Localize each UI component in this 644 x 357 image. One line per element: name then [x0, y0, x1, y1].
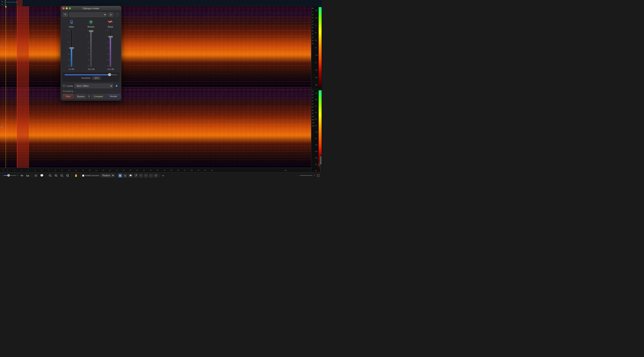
svg-point-82 [66, 174, 68, 176]
bypass-button[interactable]: Bypass [75, 94, 87, 99]
db-label-40: 40 [312, 32, 314, 35]
db-label-25: 25 [312, 23, 314, 26]
view-btn-1[interactable]: ▣ [118, 174, 122, 177]
quality-select[interactable]: Best / Offline Better Good [74, 84, 113, 88]
film-icon-svg [62, 85, 66, 87]
view-btn-3[interactable]: 💬 [128, 174, 133, 177]
hz-300-b: 300 [315, 157, 318, 159]
hz-labels-bottom: 15k 10k 7k 5k 3k 2k 1.5k 1k 700 500 300 … [315, 90, 318, 168]
quality-label: Quality [67, 85, 73, 87]
hz-500: 500 [315, 77, 318, 78]
hz-15k-b: 15k [315, 92, 318, 94]
reverb-scale: 12 0 -12 -24 -36 -48 -Inf [87, 29, 89, 67]
list-view-button[interactable] [34, 174, 38, 177]
plugin-window: Dialogue Isolate ? [61, 6, 121, 100]
db-label-15: 15 [312, 16, 314, 19]
quality-play-button[interactable] [114, 83, 120, 88]
view-btn-7[interactable]: ↔ [149, 174, 153, 177]
reverb-fader-track[interactable] [90, 29, 92, 67]
scrollbar-thumb-v[interactable] [320, 156, 322, 164]
svg-text:21: 21 [143, 169, 145, 171]
noise-fader-track[interactable] [110, 29, 111, 67]
timeline-svg: 0 1 2 3 4 5 6 7 8 9 10 11 12 13 14 15 16… [0, 168, 311, 172]
svg-rect-15 [12, 1, 12, 3]
zoom-out-right-icon[interactable]: − [297, 174, 298, 177]
db-label-95: 95 [312, 112, 314, 115]
fit-all-button[interactable] [316, 174, 320, 177]
hz-700: 700 [315, 69, 318, 71]
voice-fader-handle[interactable] [70, 47, 74, 49]
zoom-plus-icon[interactable]: + [17, 174, 18, 177]
svg-rect-16 [13, 2, 13, 3]
svg-rect-11 [10, 1, 10, 3]
plugin-help-button[interactable]: ? [115, 12, 120, 17]
hz-1500: 1.5k [315, 54, 318, 56]
render-button[interactable]: Render [107, 94, 120, 99]
sensitivity-thumb[interactable] [108, 73, 111, 76]
spectrogram-l[interactable]: L [0, 6, 311, 87]
spectrogram-view-button[interactable] [26, 174, 30, 177]
link-channels-button[interactable]: ∞ [162, 173, 165, 177]
zoom-selection-button[interactable] [66, 174, 70, 177]
noise-fader-handle[interactable] [108, 36, 113, 38]
plugin-undo-button[interactable] [62, 12, 68, 17]
view-btn-6[interactable]: ≡ [144, 174, 148, 177]
compare-button[interactable]: Compare [91, 94, 106, 99]
waveform-icon [20, 175, 24, 177]
sensitivity-value[interactable]: 10.0 [92, 76, 101, 80]
preset-selector[interactable] [69, 12, 107, 17]
hz-7k-b: 7k [315, 105, 318, 107]
svg-rect-10 [9, 2, 10, 3]
svg-rect-5 [6, 1, 6, 3]
view-btn-8[interactable]: ⊟ [154, 174, 158, 177]
waveform-overview[interactable]: ✕ ✕ [0, 0, 322, 6]
hz-2k-b: 2k [315, 125, 318, 126]
reverb-fader-handle[interactable] [89, 30, 93, 32]
stop-button[interactable]: Stop [62, 94, 74, 99]
noise-fader-container: 12 0 -12 -24 -36 -48 -Inf [107, 29, 114, 67]
zoom-in-h-button[interactable] [54, 174, 58, 177]
pan-tool-button[interactable]: ✋ [74, 173, 78, 177]
zoom-out-h-button[interactable] [48, 174, 52, 177]
zoom-slider[interactable] [4, 175, 16, 176]
voice-svg-icon [69, 19, 74, 25]
hz-50-b: 50 [315, 164, 318, 165]
scale-12-v: 12 [68, 30, 70, 31]
voice-fader-track[interactable] [71, 29, 72, 67]
view-btn-5[interactable]: ✂ [139, 174, 143, 177]
zoom-in-right-icon[interactable]: + [314, 174, 315, 177]
zoom-fit-icon: f [60, 174, 63, 177]
chat-button[interactable]: 💬 [39, 173, 44, 177]
plugin-menu-button[interactable] [108, 12, 114, 17]
sensitivity-slider[interactable] [64, 74, 117, 75]
scale-bottom-section: 60 65 70 75 80 85 90 95 100 105 110 115 … [311, 89, 322, 172]
instant-process-checkbox[interactable] [82, 175, 84, 177]
zoom-slider-right[interactable] [300, 175, 312, 176]
separator-4 [80, 174, 80, 177]
hz-10k-b: 10k [315, 99, 318, 100]
plus-button[interactable]: + [88, 94, 90, 99]
previewing-status: Previewing... [62, 90, 120, 92]
db-label-50: 50 [312, 39, 314, 42]
window-minimize-button[interactable] [66, 7, 68, 9]
svg-text:17: 17 [116, 169, 118, 171]
svg-text:20: 20 [136, 169, 138, 171]
zoom-minus-icon[interactable]: − [2, 174, 3, 177]
db-label-10: 10 [312, 13, 314, 16]
window-close-button[interactable] [62, 7, 64, 9]
svg-rect-26 [5, 4, 5, 5]
spectrogram-r[interactable]: R [0, 87, 311, 168]
play-icon [116, 85, 118, 87]
waveform-view-button[interactable] [20, 174, 24, 177]
view-btn-4[interactable]: 🎤 [134, 174, 138, 177]
window-maximize-button[interactable] [69, 7, 71, 9]
separator-3 [72, 174, 72, 177]
view-btn-2[interactable]: ▤ [123, 174, 127, 177]
svg-rect-8 [8, 2, 8, 3]
reverb-icon [88, 19, 94, 25]
zoom-thumb[interactable] [7, 174, 10, 177]
vertical-scrollbar[interactable] [320, 155, 322, 172]
zoom-fit-button[interactable]: f [60, 174, 64, 177]
db-label-header: dB [312, 7, 314, 10]
replace-select[interactable]: Replace Mix Subtract [100, 174, 115, 177]
